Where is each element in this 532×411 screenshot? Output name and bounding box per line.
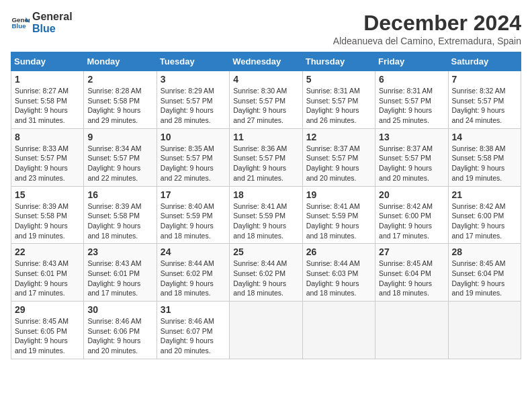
day-cell: 9Sunrise: 8:34 AMSunset: 5:57 PMDaylight… — [84, 128, 157, 186]
logo: General Blue General Blue — [11, 11, 73, 34]
header: General Blue General Blue December 2024 … — [11, 11, 521, 46]
day-number: 2 — [87, 74, 152, 85]
day-cell: 25Sunrise: 8:44 AMSunset: 6:02 PMDayligh… — [230, 244, 302, 302]
svg-text:Blue: Blue — [11, 22, 26, 30]
day-number: 28 — [452, 246, 517, 257]
day-number: 27 — [379, 246, 444, 257]
location-subtitle: Aldeanueva del Camino, Extremadura, Spai… — [333, 36, 521, 46]
week-row-3: 15Sunrise: 8:39 AMSunset: 5:58 PMDayligh… — [11, 186, 521, 244]
day-number: 22 — [15, 246, 80, 257]
day-cell: 17Sunrise: 8:40 AMSunset: 5:59 PMDayligh… — [157, 186, 229, 244]
day-info: Sunrise: 8:44 AMSunset: 6:02 PMDaylight:… — [233, 259, 298, 298]
day-cell: 12Sunrise: 8:37 AMSunset: 5:57 PMDayligh… — [302, 128, 375, 186]
day-cell: 3Sunrise: 8:29 AMSunset: 5:57 PMDaylight… — [157, 71, 229, 129]
day-number: 23 — [87, 246, 152, 257]
day-info: Sunrise: 8:37 AMSunset: 5:57 PMDaylight:… — [379, 144, 444, 183]
day-cell: 13Sunrise: 8:37 AMSunset: 5:57 PMDayligh… — [375, 128, 448, 186]
day-info: Sunrise: 8:35 AMSunset: 5:57 PMDaylight:… — [161, 144, 226, 183]
day-number: 15 — [15, 189, 80, 200]
day-info: Sunrise: 8:36 AMSunset: 5:57 PMDaylight:… — [233, 144, 298, 183]
week-row-4: 22Sunrise: 8:43 AMSunset: 6:01 PMDayligh… — [11, 244, 521, 302]
day-number: 19 — [306, 189, 371, 200]
day-info: Sunrise: 8:29 AMSunset: 5:57 PMDaylight:… — [161, 86, 226, 126]
day-info: Sunrise: 8:43 AMSunset: 6:01 PMDaylight:… — [87, 259, 152, 298]
day-cell — [375, 302, 448, 359]
day-number: 25 — [233, 246, 298, 257]
day-cell: 7Sunrise: 8:32 AMSunset: 5:57 PMDaylight… — [448, 71, 521, 129]
day-number: 5 — [306, 74, 371, 85]
day-info: Sunrise: 8:39 AMSunset: 5:58 PMDaylight:… — [15, 201, 80, 241]
day-info: Sunrise: 8:44 AMSunset: 6:03 PMDaylight:… — [306, 259, 371, 298]
day-cell: 23Sunrise: 8:43 AMSunset: 6:01 PMDayligh… — [84, 244, 157, 302]
day-info: Sunrise: 8:45 AMSunset: 6:05 PMDaylight:… — [15, 316, 80, 356]
day-info: Sunrise: 8:28 AMSunset: 5:58 PMDaylight:… — [87, 86, 152, 126]
day-cell: 6Sunrise: 8:31 AMSunset: 5:57 PMDaylight… — [375, 71, 448, 129]
day-number: 7 — [452, 74, 517, 85]
day-cell: 5Sunrise: 8:31 AMSunset: 5:57 PMDaylight… — [302, 71, 375, 129]
day-number: 16 — [87, 189, 152, 200]
day-cell: 2Sunrise: 8:28 AMSunset: 5:58 PMDaylight… — [84, 71, 157, 129]
day-cell: 10Sunrise: 8:35 AMSunset: 5:57 PMDayligh… — [157, 128, 229, 186]
col-header-friday: Friday — [375, 52, 448, 71]
day-info: Sunrise: 8:42 AMSunset: 6:00 PMDaylight:… — [379, 201, 444, 241]
day-info: Sunrise: 8:27 AMSunset: 5:58 PMDaylight:… — [15, 86, 80, 126]
day-info: Sunrise: 8:31 AMSunset: 5:57 PMDaylight:… — [379, 86, 444, 126]
day-cell: 24Sunrise: 8:44 AMSunset: 6:02 PMDayligh… — [157, 244, 229, 302]
day-info: Sunrise: 8:38 AMSunset: 5:58 PMDaylight:… — [452, 144, 517, 183]
day-number: 29 — [15, 304, 80, 315]
day-info: Sunrise: 8:45 AMSunset: 6:04 PMDaylight:… — [452, 259, 517, 298]
week-row-5: 29Sunrise: 8:45 AMSunset: 6:05 PMDayligh… — [11, 302, 521, 359]
day-cell: 4Sunrise: 8:30 AMSunset: 5:57 PMDaylight… — [230, 71, 302, 129]
day-number: 11 — [233, 132, 298, 142]
day-info: Sunrise: 8:32 AMSunset: 5:57 PMDaylight:… — [452, 86, 517, 126]
day-number: 21 — [452, 189, 517, 200]
logo-general: General — [32, 11, 73, 23]
day-info: Sunrise: 8:46 AMSunset: 6:06 PMDaylight:… — [87, 316, 152, 356]
day-number: 31 — [161, 304, 226, 315]
day-cell: 20Sunrise: 8:42 AMSunset: 6:00 PMDayligh… — [375, 186, 448, 244]
day-cell: 1Sunrise: 8:27 AMSunset: 5:58 PMDaylight… — [11, 71, 84, 129]
day-info: Sunrise: 8:43 AMSunset: 6:01 PMDaylight:… — [15, 259, 80, 298]
day-info: Sunrise: 8:31 AMSunset: 5:57 PMDaylight:… — [306, 86, 371, 126]
day-number: 9 — [87, 132, 152, 142]
day-cell: 15Sunrise: 8:39 AMSunset: 5:58 PMDayligh… — [11, 186, 84, 244]
day-cell: 26Sunrise: 8:44 AMSunset: 6:03 PMDayligh… — [302, 244, 375, 302]
day-info: Sunrise: 8:33 AMSunset: 5:57 PMDaylight:… — [15, 144, 80, 183]
day-info: Sunrise: 8:42 AMSunset: 6:00 PMDaylight:… — [452, 201, 517, 241]
col-header-saturday: Saturday — [448, 52, 521, 71]
logo-blue: Blue — [32, 23, 73, 35]
day-number: 3 — [161, 74, 226, 85]
col-header-thursday: Thursday — [302, 52, 375, 71]
day-number: 30 — [87, 304, 152, 315]
day-headers-row: SundayMondayTuesdayWednesdayThursdayFrid… — [11, 52, 521, 71]
col-header-wednesday: Wednesday — [230, 52, 302, 71]
day-info: Sunrise: 8:44 AMSunset: 6:02 PMDaylight:… — [161, 259, 226, 298]
day-number: 6 — [379, 74, 444, 85]
day-info: Sunrise: 8:46 AMSunset: 6:07 PMDaylight:… — [161, 316, 226, 356]
day-number: 24 — [161, 246, 226, 257]
day-number: 10 — [161, 132, 226, 142]
day-cell: 31Sunrise: 8:46 AMSunset: 6:07 PMDayligh… — [157, 302, 229, 359]
logo-icon: General Blue — [11, 13, 30, 32]
day-info: Sunrise: 8:45 AMSunset: 6:04 PMDaylight:… — [379, 259, 444, 298]
day-cell: 11Sunrise: 8:36 AMSunset: 5:57 PMDayligh… — [230, 128, 302, 186]
col-header-tuesday: Tuesday — [157, 52, 229, 71]
day-info: Sunrise: 8:41 AMSunset: 5:59 PMDaylight:… — [306, 201, 371, 241]
day-cell: 30Sunrise: 8:46 AMSunset: 6:06 PMDayligh… — [84, 302, 157, 359]
day-cell — [302, 302, 375, 359]
day-info: Sunrise: 8:39 AMSunset: 5:58 PMDaylight:… — [87, 201, 152, 241]
day-number: 13 — [379, 132, 444, 142]
day-cell: 22Sunrise: 8:43 AMSunset: 6:01 PMDayligh… — [11, 244, 84, 302]
day-number: 1 — [15, 74, 80, 85]
day-number: 14 — [452, 132, 517, 142]
day-cell: 28Sunrise: 8:45 AMSunset: 6:04 PMDayligh… — [448, 244, 521, 302]
day-number: 18 — [233, 189, 298, 200]
day-info: Sunrise: 8:37 AMSunset: 5:57 PMDaylight:… — [306, 144, 371, 183]
day-cell: 16Sunrise: 8:39 AMSunset: 5:58 PMDayligh… — [84, 186, 157, 244]
col-header-monday: Monday — [84, 52, 157, 71]
day-number: 17 — [161, 189, 226, 200]
calendar-table: SundayMondayTuesdayWednesdayThursdayFrid… — [11, 52, 521, 359]
day-cell: 18Sunrise: 8:41 AMSunset: 5:59 PMDayligh… — [230, 186, 302, 244]
day-number: 12 — [306, 132, 371, 142]
day-number: 26 — [306, 246, 371, 257]
